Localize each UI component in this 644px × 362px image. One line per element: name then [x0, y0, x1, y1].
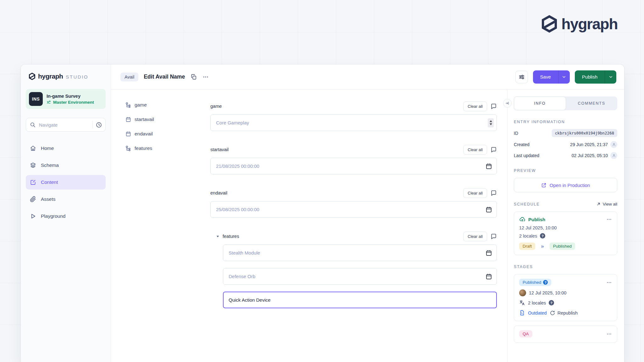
- comment-icon[interactable]: [491, 103, 497, 109]
- save-dropdown-button[interactable]: [558, 70, 570, 84]
- calendar-icon[interactable]: [486, 206, 492, 213]
- open-in-production-button[interactable]: Open in Production: [514, 178, 617, 192]
- schedule-action-label: Publish: [528, 217, 545, 222]
- model-chip[interactable]: Avail: [120, 73, 138, 81]
- publish-dropdown-button[interactable]: [605, 70, 616, 84]
- view-settings-button[interactable]: [515, 71, 528, 83]
- help-icon[interactable]: ?: [540, 233, 545, 239]
- sidebar-item-content[interactable]: Content: [26, 175, 106, 189]
- user-avatar-icon[interactable]: [610, 152, 617, 159]
- page-title: Edit Avail Name: [144, 74, 185, 80]
- sidebar-item-assets[interactable]: Assets: [26, 192, 106, 206]
- environment-name: Master Environment: [53, 100, 94, 105]
- calendar-icon[interactable]: [486, 163, 492, 169]
- schedule-heading: SCHEDULE: [514, 202, 540, 206]
- sidebar-item-label: Assets: [41, 196, 56, 202]
- feature-value: Stealth Module: [229, 250, 260, 255]
- field-list-item-startavail[interactable]: startavail: [125, 112, 205, 127]
- field-group-features: features Clear all Stealth Module: [210, 232, 497, 308]
- created-label: Created: [514, 142, 530, 147]
- save-split-button: Save: [533, 70, 570, 84]
- search-placeholder: Navigate: [39, 122, 92, 128]
- updated-label: Last updated: [514, 153, 539, 158]
- comment-icon[interactable]: [491, 146, 497, 153]
- user-avatar-icon[interactable]: [610, 141, 617, 148]
- schedule-locales: 2 locales: [519, 233, 537, 239]
- clear-all-button[interactable]: Clear all: [463, 145, 487, 155]
- copy-icon[interactable]: [191, 74, 197, 80]
- game-select[interactable]: Core Gameplay: [210, 114, 497, 131]
- play-icon: [30, 213, 36, 219]
- entry-updated-row: Last updated 02 Jul 2025, 05:10: [514, 152, 617, 159]
- created-value: 29 Jun 2025, 21:37: [570, 142, 608, 147]
- external-link-icon: [541, 183, 547, 188]
- feature-input-2[interactable]: Defense Orb: [223, 268, 497, 285]
- field-list: game startavail endavail: [111, 90, 205, 362]
- sidebar-item-schema[interactable]: Schema: [26, 158, 106, 173]
- entry-id-value[interactable]: ckbrsjkrs000x0194j9bn2268: [552, 129, 617, 137]
- publish-split-button: Publish: [575, 70, 616, 84]
- field-list-item-endavail[interactable]: endavail: [125, 127, 205, 141]
- feature-input-3[interactable]: Quick Action Device: [223, 292, 497, 308]
- tab-info[interactable]: INFO: [514, 96, 566, 110]
- collapse-panel-button[interactable]: [503, 99, 512, 107]
- stage-transition-icon: »: [541, 243, 544, 250]
- republish-button[interactable]: Republish: [550, 310, 578, 316]
- schedule-more-icon[interactable]: [606, 217, 612, 222]
- recent-clock-icon[interactable]: [96, 122, 102, 128]
- sidebar-item-label: Content: [41, 179, 58, 185]
- calendar-icon: [125, 131, 131, 137]
- stage-locales: 2 locales: [528, 300, 546, 305]
- help-icon[interactable]: ?: [543, 280, 548, 285]
- stage-more-icon[interactable]: [606, 280, 612, 285]
- brand-name: hygraph: [38, 73, 63, 80]
- hygraph-mark-icon: [29, 73, 35, 80]
- sidebar-item-playground[interactable]: Playground: [26, 209, 106, 223]
- help-icon[interactable]: ?: [549, 300, 554, 305]
- endavail-value: 25/08/2025 00:00:00: [216, 207, 259, 212]
- updated-value: 02 Jul 2025, 05:10: [572, 153, 608, 158]
- app-window: hygraph STUDIO INS In-game Survey Master…: [21, 64, 624, 362]
- sidebar: hygraph STUDIO INS In-game Survey Master…: [21, 64, 111, 362]
- document-status-icon: [519, 310, 525, 316]
- save-button[interactable]: Save: [533, 70, 558, 84]
- brand-suffix: STUDIO: [66, 74, 88, 80]
- user-avatar[interactable]: [519, 289, 526, 296]
- entry-information-heading: ENTRY INFORMATION: [514, 120, 565, 124]
- outdated-link[interactable]: Outdated: [528, 310, 547, 315]
- navigate-search[interactable]: Navigate: [26, 118, 106, 132]
- tab-comments[interactable]: COMMENTS: [566, 96, 618, 110]
- endavail-date-input[interactable]: 25/08/2025 00:00:00: [210, 201, 497, 218]
- project-name: In-game Survey: [47, 94, 94, 99]
- more-options-icon[interactable]: [203, 74, 209, 80]
- clear-all-button[interactable]: Clear all: [463, 232, 487, 241]
- project-abbrev-badge: INS: [29, 92, 43, 106]
- feature-input-1[interactable]: Stealth Module: [223, 244, 497, 261]
- hygraph-logo: hygraph: [542, 15, 618, 33]
- stage-more-icon[interactable]: [606, 331, 612, 337]
- sidebar-item-home[interactable]: Home: [26, 141, 106, 156]
- calendar-icon[interactable]: [486, 273, 492, 280]
- collapse-caret-icon[interactable]: [216, 234, 220, 239]
- clear-all-button[interactable]: Clear all: [463, 101, 487, 111]
- field-list-item-features[interactable]: features: [125, 141, 205, 156]
- schema-icon: [30, 162, 36, 168]
- comment-icon[interactable]: [491, 233, 497, 239]
- hygraph-logo-icon: [542, 15, 557, 33]
- schedule-datetime: 12 Jul 2025, 10:00: [519, 225, 557, 230]
- comment-icon[interactable]: [491, 190, 497, 196]
- project-environment-card[interactable]: INS In-game Survey Master Environment: [26, 89, 106, 109]
- info-panel: INFO COMMENTS ENTRY INFORMATION ID ckbrs…: [507, 90, 624, 362]
- publish-button[interactable]: Publish: [575, 70, 605, 84]
- startavail-date-input[interactable]: 21/08/2025 00:00:00: [210, 158, 497, 174]
- translate-icon: [519, 300, 525, 306]
- field-group-game: game Clear all Core Gameplay: [210, 102, 497, 131]
- paperclip-icon: [30, 196, 36, 202]
- published-stage-badge: Published: [550, 243, 575, 250]
- select-stepper-icon[interactable]: [488, 118, 494, 127]
- clear-all-button[interactable]: Clear all: [463, 188, 487, 198]
- calendar-icon[interactable]: [486, 250, 492, 256]
- field-list-item-game[interactable]: game: [125, 98, 205, 112]
- field-list-label: endavail: [135, 131, 153, 137]
- view-all-link[interactable]: View all: [597, 202, 617, 206]
